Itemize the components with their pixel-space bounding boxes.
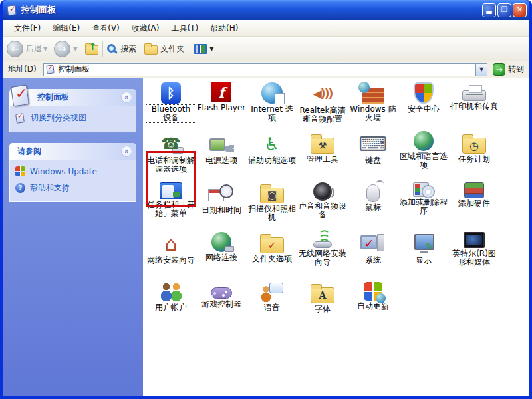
mouse-icon (366, 184, 380, 202)
title-bar[interactable]: 控制面板 ▬ ❐ ✕ (3, 0, 529, 20)
grid-item-sounds-audio-devices[interactable]: 声音和音频设备 (297, 182, 348, 232)
grid-item-label: 添加或删除程序 (399, 198, 448, 215)
back-button[interactable]: ← 后退 ▼ (7, 41, 50, 57)
go-arrow-icon: → (495, 65, 502, 74)
up-button[interactable]: ↑ (85, 43, 98, 55)
grid-item-scanners-cameras[interactable]: ◙扫描仪和照相机 (247, 182, 297, 232)
grid-item-windows-firewall[interactable]: Windows 防火墙 (348, 82, 398, 132)
help-support-link[interactable]: ? 帮助和支持 (15, 182, 130, 194)
back-arrow-icon: ← (7, 41, 23, 57)
grid-item-bluetooth-devices[interactable]: ᛒBluetooth 设备 (146, 82, 196, 132)
grid-item-label: 鼠标 (365, 203, 381, 212)
grid-item-taskbar-start-menu[interactable]: 任务栏和「开始」菜单 (146, 182, 196, 232)
grid-item-add-hardware[interactable]: 添加硬件 (449, 182, 499, 232)
security-center-icon (414, 82, 434, 104)
grid-item-label: 电源选项 (205, 156, 237, 165)
grid-item-accessibility-options[interactable]: ♿辅助功能选项 (247, 132, 297, 182)
menu-view[interactable]: 查看(V) (86, 21, 126, 36)
search-button[interactable]: 搜索 (107, 43, 138, 55)
toolbar-separator (102, 41, 103, 57)
panel2-header[interactable]: 请参阅 « (9, 143, 136, 160)
minimize-button[interactable]: ▬ (482, 3, 496, 17)
grid-item-label: Internet 选项 (247, 105, 297, 122)
menu-tools[interactable]: 工具(T) (165, 21, 204, 36)
menu-favorites[interactable]: 收藏(A) (126, 21, 166, 36)
grid-item-network-setup-wizard[interactable]: ⌂网络安装向导 (146, 232, 196, 282)
address-input[interactable]: 控制面板 ▼ (43, 63, 487, 76)
system-icon: ✓ (360, 232, 386, 255)
toolbar: ← 后退 ▼ → ▼ ↑ 搜索 文件夹 ▼ (3, 37, 529, 61)
menu-help[interactable]: 帮助(H) (204, 21, 244, 36)
grid-item-internet-options[interactable]: Internet 选项 (247, 82, 297, 132)
grid-item-folder-options[interactable]: ✓文件夹选项 (247, 232, 297, 282)
grid-item-label: Windows 防火墙 (348, 105, 398, 122)
grid-item-add-remove-programs[interactable]: 添加或删除程序 (398, 182, 449, 232)
grid-item-flash-player[interactable]: fFlash Player (196, 82, 247, 132)
panel2-title: 请参阅 (17, 146, 41, 157)
regional-language-options-icon (414, 131, 434, 151)
back-dropdown-icon[interactable]: ▼ (43, 46, 47, 52)
date-time-icon (208, 182, 235, 205)
grid-item-mouse[interactable]: 鼠标 (348, 182, 398, 232)
grid-item-label: 网络安装向导 (147, 256, 195, 265)
windows-update-label: Windows Update (30, 167, 97, 176)
grid-item-realtek-audio[interactable]: ◀)))Realtek高清晰音频配置 (297, 82, 348, 132)
grid-item-user-accounts[interactable]: 用户帐户 (146, 282, 196, 332)
folders-icon (144, 45, 158, 55)
fonts-icon: A (311, 287, 334, 303)
switch-category-view-link[interactable]: 切换到分类视图 (15, 112, 130, 124)
panel1-title: 控制面板 (37, 92, 69, 103)
see-also-panel: 请参阅 « Windows Update ? 帮助和支持 (9, 143, 136, 202)
folders-button[interactable]: 文件夹 (144, 43, 186, 55)
grid-item-label: 英特尔(R)图形和媒体 (450, 249, 499, 267)
icon-grid: ᛒBluetooth 设备fFlash PlayerInternet 选项◀))… (146, 82, 529, 332)
address-label: 地址(D) (3, 64, 43, 75)
maximize-button[interactable]: ❐ (497, 3, 511, 17)
grid-item-security-center[interactable]: 安全中心 (398, 82, 449, 132)
task-pane-sidebar: 控制面板 « 切换到分类视图 请参阅 « (3, 78, 143, 396)
grid-item-intel-graphics-media[interactable]: 英特尔(R)图形和媒体 (449, 232, 499, 282)
grid-item-game-controllers[interactable]: 游戏控制器 (196, 282, 247, 332)
grid-item-automatic-updates[interactable]: 自动更新 (348, 282, 398, 332)
control-panel-icon (11, 84, 32, 107)
collapse-chevron-icon[interactable]: « (121, 146, 132, 157)
grid-item-regional-language-options[interactable]: 区域和语言选项 (398, 132, 449, 182)
grid-item-scheduled-tasks[interactable]: ◷任务计划 (449, 132, 499, 182)
category-view-icon (15, 113, 26, 124)
scanners-cameras-icon: ◙ (260, 188, 284, 203)
add-remove-programs-icon (413, 182, 429, 197)
grid-item-network-connections[interactable]: 网络连接 (196, 232, 247, 282)
grid-item-printers-faxes[interactable]: 打印机和传真 (449, 82, 499, 132)
back-label: 后退 (26, 43, 42, 55)
folders-label: 文件夹 (160, 43, 184, 55)
grid-item-fonts[interactable]: A字体 (297, 282, 348, 332)
search-icon (107, 44, 116, 53)
taskbar-start-menu-icon (160, 182, 182, 200)
grid-item-power-options[interactable]: 电源选项 (196, 132, 247, 182)
grid-item-display[interactable]: ✎显示 (398, 232, 449, 282)
grid-item-system[interactable]: ✓系统 (348, 232, 398, 282)
menu-file[interactable]: 文件(F) (8, 21, 47, 36)
go-button[interactable]: → (493, 63, 505, 76)
collapse-chevron-icon[interactable]: « (121, 92, 132, 103)
grid-item-speech[interactable]: 语音 (247, 282, 297, 332)
forward-arrow-icon: → (54, 41, 70, 57)
network-connections-icon (211, 232, 231, 252)
switch-category-view-label: 切换到分类视图 (31, 112, 86, 124)
grid-item-wireless-network-setup-wizard[interactable]: 无线网络安装向导 (297, 232, 348, 282)
windows-update-link[interactable]: Windows Update (15, 166, 130, 176)
grid-item-administrative-tools[interactable]: ⚒管理工具 (297, 132, 348, 182)
bluetooth-devices-icon: ᛒ (161, 82, 181, 104)
forward-dropdown-icon[interactable]: ▼ (73, 46, 77, 52)
grid-item-date-time[interactable]: 日期和时间 (196, 182, 247, 232)
grid-item-label: Realtek高清晰音频配置 (298, 106, 347, 124)
grid-item-phone-modem-options[interactable]: ☎电话和调制解调器选项 (146, 132, 196, 182)
grid-item-label: 电话和调制解调器选项 (146, 156, 196, 174)
grid-item-keyboard[interactable]: ⌨键盘 (348, 132, 398, 182)
grid-item-label: 安全中心 (408, 105, 440, 114)
views-button[interactable]: ▼ (194, 44, 216, 54)
address-dropdown-button[interactable]: ▼ (475, 64, 487, 76)
menu-edit[interactable]: 编辑(E) (47, 21, 86, 36)
close-button[interactable]: ✕ (513, 3, 527, 17)
forward-button[interactable]: → ▼ (54, 41, 80, 57)
